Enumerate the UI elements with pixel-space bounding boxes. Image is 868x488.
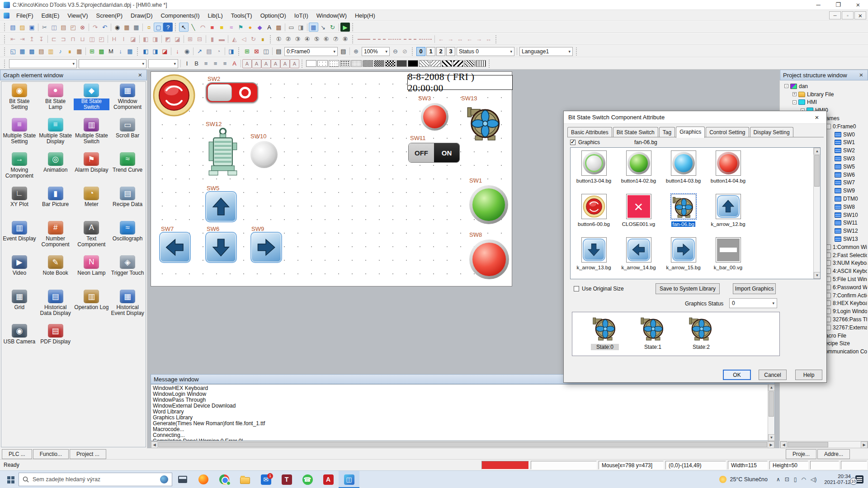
tab-plc[interactable]: PLC ... xyxy=(2,449,32,459)
child-close-button[interactable] xyxy=(854,11,866,19)
graph-item[interactable]: AText Component xyxy=(74,221,110,254)
menu-drawd[interactable]: Draw(D) xyxy=(127,11,156,20)
close-button[interactable] xyxy=(848,0,868,10)
save-to-system-library-button[interactable]: Save to System Library xyxy=(656,283,720,294)
text-table-icon[interactable]: ▤ xyxy=(37,47,46,56)
chart-bar-icon[interactable]: ▤ xyxy=(204,47,214,56)
graphic-tile[interactable]: k_arrow_14.bg xyxy=(616,237,661,279)
arrow-end-icon[interactable]: → xyxy=(446,35,455,44)
layer1-icon[interactable]: ① xyxy=(274,35,283,44)
line-style-icon[interactable] xyxy=(388,39,401,40)
box-lib-icon[interactable]: ▥ xyxy=(46,47,56,56)
taskbar-clock[interactable]: 20:34 2021-07-12 xyxy=(824,474,851,485)
menu-optiono[interactable]: Option(O) xyxy=(256,11,290,20)
next-window-icon[interactable]: ◨ xyxy=(151,47,160,56)
frame-next-icon[interactable]: ▤ xyxy=(339,47,348,56)
line-tool-icon[interactable]: ╲ xyxy=(189,23,198,32)
tree-item[interactable]: -dan xyxy=(781,82,867,90)
line-style-icon[interactable] xyxy=(373,39,386,40)
compile-icon[interactable]: ▦ xyxy=(125,47,135,56)
motor-widget-sw12[interactable] xyxy=(208,127,238,177)
state-button-2[interactable]: 2 xyxy=(436,47,445,56)
char-fit-icon[interactable]: A xyxy=(290,59,299,68)
lock-lib-icon[interactable]: ∎ xyxy=(65,47,75,56)
dialog-close-icon[interactable] xyxy=(807,111,826,124)
align-right-icon[interactable]: ⊐ xyxy=(59,35,68,44)
close-window-icon[interactable]: ◪ xyxy=(160,47,170,56)
lamp-button-sw3[interactable] xyxy=(421,103,448,131)
graph-item[interactable]: ▦Window Component xyxy=(109,84,146,117)
pattern-swatch[interactable] xyxy=(464,60,475,67)
tab-project-window[interactable]: Proje... xyxy=(786,449,816,459)
graphics-status-dropdown[interactable]: 0 xyxy=(729,298,777,308)
char-v3-icon[interactable]: A xyxy=(280,59,290,68)
refresh-icon[interactable]: ↻ xyxy=(328,23,337,32)
graphic-tile[interactable]: k_arrow_12.bg xyxy=(706,194,750,237)
graphic-tile[interactable]: k_arrow_15.bg xyxy=(661,237,706,279)
layer3-icon[interactable]: ③ xyxy=(293,35,302,44)
ok-button[interactable]: OK xyxy=(723,370,751,380)
permission-icon[interactable]: ¤ xyxy=(144,23,154,32)
copy-icon[interactable]: ◫ xyxy=(49,23,59,32)
pattern-swatch[interactable] xyxy=(430,60,441,67)
arrow-end2-icon[interactable]: → xyxy=(474,35,484,44)
graph-panel-header[interactable]: Graph element window xyxy=(0,70,147,80)
same-width-icon[interactable]: H xyxy=(109,35,119,44)
tab-project[interactable]: Project ... xyxy=(70,449,106,459)
layer5-icon[interactable]: ⑤ xyxy=(312,35,321,44)
menu-toolst[interactable]: Tools(T) xyxy=(227,11,256,20)
project-panel-close-icon[interactable] xyxy=(858,71,865,79)
freeline-tool-icon[interactable]: ⚑ xyxy=(236,23,245,32)
font2-dropdown[interactable] xyxy=(79,59,146,68)
frame-add-icon[interactable]: ⊞ xyxy=(242,47,252,56)
graph-item[interactable]: →Moving Component xyxy=(1,152,38,186)
line-style-icon[interactable] xyxy=(404,39,416,40)
window-attr-icon[interactable]: ◨ xyxy=(226,47,236,56)
pattern-swatch[interactable] xyxy=(351,60,362,67)
group-icon[interactable]: ◧ xyxy=(141,35,151,44)
message-hscrollbar[interactable]: ◀ ▶ xyxy=(151,441,775,448)
emergency-stop-widget[interactable] xyxy=(152,74,196,117)
graphic-tile[interactable]: k_bar_00.vg xyxy=(706,237,750,279)
layer6-icon[interactable]: ⑥ xyxy=(321,35,331,44)
tray-volume-icon[interactable]: ◁) xyxy=(811,476,816,483)
open-icon[interactable]: ▨ xyxy=(18,23,27,32)
search-lens-icon[interactable] xyxy=(160,475,168,483)
whatsapp-icon[interactable]: ☎ xyxy=(297,471,318,488)
menu-libl[interactable]: Lib(L) xyxy=(203,11,226,20)
char-spacing2-icon[interactable]: A xyxy=(252,59,261,68)
width-equal-icon[interactable]: ⊞ xyxy=(185,35,195,44)
chart-pie-icon[interactable]: ◔ xyxy=(214,47,223,56)
menu-edite[interactable]: Edit(E) xyxy=(38,11,64,20)
zoom-out-icon[interactable]: ⊖ xyxy=(391,47,400,56)
nudge-down-icon[interactable]: ↧ xyxy=(37,35,46,44)
child-restore-button[interactable]: ▫ xyxy=(842,11,854,19)
pattern-swatch[interactable] xyxy=(396,60,407,67)
picture-tool-icon[interactable]: ▩ xyxy=(274,23,283,32)
tree-item[interactable]: +Library File xyxy=(781,90,867,99)
graph-item[interactable]: ●Bit State Lamp xyxy=(38,84,74,117)
tab-address-window[interactable]: Addre... xyxy=(817,449,850,459)
graph-item[interactable]: ▥Event Display xyxy=(1,221,38,254)
graphic-tile[interactable]: button14-04.bg xyxy=(706,150,750,194)
pattern-swatch[interactable] xyxy=(453,60,463,67)
redo-icon[interactable]: ↷ xyxy=(90,23,100,32)
graph-item[interactable]: ▥Multiple State Switch xyxy=(74,118,110,151)
graphics-list-scrollbar[interactable]: ▲ ▼ xyxy=(813,148,820,279)
state1-label[interactable]: State:1 xyxy=(639,344,667,350)
nudge-left-icon[interactable]: ⇤ xyxy=(8,35,18,44)
pointer-tool-icon[interactable]: ↖ xyxy=(179,23,189,32)
graphic-tile[interactable]: k_arrow_13.bg xyxy=(571,237,616,279)
state0-fan-icon[interactable] xyxy=(593,315,617,341)
graph-item[interactable]: ▭Scroll Bar xyxy=(109,118,146,151)
line-style-icon[interactable] xyxy=(419,39,432,40)
cancel-button[interactable]: Cancel xyxy=(759,370,787,380)
graphic-tile-selected[interactable]: fan-06.bg xyxy=(661,194,706,237)
flip-vertical-icon[interactable]: ◭ xyxy=(230,35,239,44)
tab-control-setting[interactable]: Control Setting xyxy=(706,127,749,137)
polyline-tool-icon[interactable]: ≈ xyxy=(226,23,236,32)
frame-copy-icon[interactable]: ◫ xyxy=(261,47,271,56)
tray-wifi-icon[interactable]: ◠ xyxy=(801,476,806,483)
status-dropdown[interactable]: Status 0 xyxy=(457,47,514,56)
ungroup-icon[interactable]: ◨ xyxy=(151,35,160,44)
